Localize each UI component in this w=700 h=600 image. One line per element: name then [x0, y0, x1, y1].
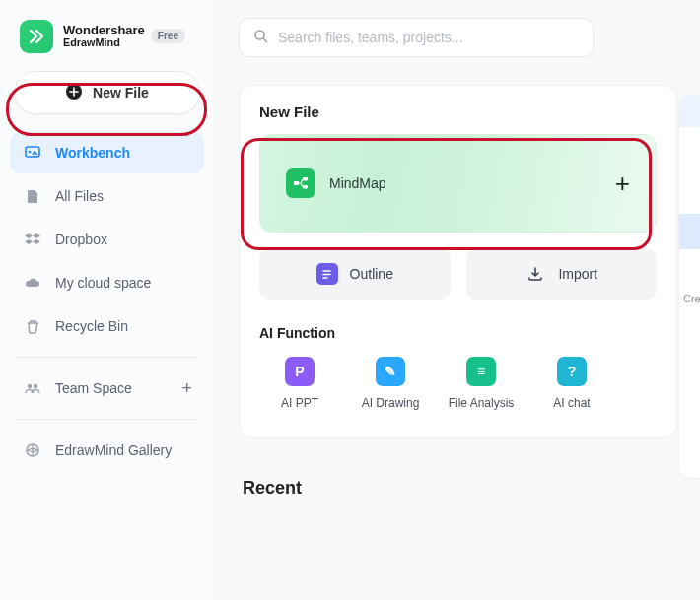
- gallery-icon: [24, 441, 41, 459]
- plan-badge: Free: [151, 29, 185, 43]
- ai-ppt-icon: P: [285, 357, 315, 386]
- ai-chat[interactable]: ? AI chat: [531, 357, 612, 410]
- svg-rect-1: [26, 147, 39, 157]
- outline-label: Outline: [350, 266, 393, 282]
- sidebar-item-label: Workbench: [55, 145, 130, 161]
- recent-heading: Recent: [243, 478, 700, 499]
- cloud-icon: [24, 274, 41, 292]
- mindmap-label: MindMap: [329, 175, 386, 191]
- ai-item-label: AI Drawing: [350, 396, 431, 410]
- ai-drawing-icon: ✎: [376, 357, 405, 386]
- outline-icon: [316, 263, 338, 285]
- import-card[interactable]: Import: [466, 248, 658, 300]
- svg-rect-8: [303, 177, 308, 181]
- teamspace-label: Team Space: [55, 380, 132, 396]
- ai-item-label: File Analysis: [441, 396, 522, 410]
- svg-rect-9: [303, 185, 308, 189]
- ai-file-icon: ≡: [466, 357, 496, 386]
- sidebar-item-workbench[interactable]: Workbench: [10, 132, 204, 173]
- file-icon: [24, 187, 41, 205]
- new-file-label: New File: [93, 85, 149, 100]
- plus-icon: +: [615, 168, 630, 199]
- search-icon: [253, 29, 268, 47]
- svg-point-3: [28, 384, 32, 388]
- brand: Wondershare EdrawMind Free: [10, 18, 204, 71]
- sidebar-item-label: EdrawMind Gallery: [55, 442, 172, 458]
- create-outline-card[interactable]: Outline: [259, 248, 451, 300]
- sidebar-item-recycle[interactable]: Recycle Bin: [10, 305, 204, 347]
- divider: [14, 419, 200, 420]
- app-logo-icon: [20, 20, 53, 53]
- sidebar-item-label: Recycle Bin: [55, 318, 128, 334]
- search-input[interactable]: [278, 30, 579, 45]
- trash-icon: [24, 317, 41, 335]
- fragment-label: Cre: [683, 293, 700, 304]
- svg-rect-7: [294, 181, 299, 185]
- new-file-panel: New File MindMap + Outline: [239, 85, 677, 438]
- ai-file-analysis[interactable]: ≡ File Analysis: [441, 357, 522, 410]
- ai-grid: P AI PPT ✎ AI Drawing ≡ File Analysis ? …: [259, 357, 657, 410]
- ai-drawing[interactable]: ✎ AI Drawing: [350, 357, 431, 410]
- ai-chat-icon: ?: [557, 357, 587, 386]
- sidebar-nav: Workbench All Files Dropbox My cloud spa…: [10, 132, 204, 471]
- sidebar-item-allfiles[interactable]: All Files: [10, 175, 204, 217]
- ai-section-title: AI Function: [259, 325, 657, 341]
- panel-title: New File: [259, 103, 657, 120]
- create-mindmap-card[interactable]: MindMap +: [259, 134, 657, 233]
- sidebar-item-label: All Files: [55, 188, 104, 204]
- svg-point-6: [255, 31, 264, 39]
- import-icon: [525, 263, 546, 285]
- sidebar-item-dropbox[interactable]: Dropbox: [10, 219, 204, 260]
- workbench-icon: [24, 144, 41, 162]
- svg-point-2: [29, 151, 32, 154]
- mindmap-icon: [286, 168, 315, 198]
- main-area: New File MindMap + Outline: [215, 0, 700, 600]
- import-label: Import: [558, 266, 597, 282]
- sidebar: Wondershare EdrawMind Free New File Work…: [0, 0, 215, 600]
- ai-item-label: AI PPT: [259, 396, 340, 410]
- svg-point-4: [34, 384, 37, 388]
- brand-text: Wondershare EdrawMind: [63, 24, 145, 49]
- plus-circle-icon: [65, 83, 83, 103]
- sidebar-item-label: My cloud space: [55, 275, 151, 291]
- dropbox-icon: [24, 231, 41, 248]
- sidebar-item-gallery[interactable]: EdrawMind Gallery: [10, 430, 204, 471]
- sidebar-item-teamspace[interactable]: Team Space +: [10, 367, 204, 409]
- team-icon: [24, 379, 41, 397]
- new-file-button[interactable]: New File: [14, 71, 200, 114]
- ai-ppt[interactable]: P AI PPT: [259, 357, 340, 410]
- sidebar-item-cloud[interactable]: My cloud space: [10, 262, 204, 303]
- add-team-icon[interactable]: +: [181, 378, 192, 399]
- divider: [14, 357, 200, 358]
- right-panel-fragment: Cre: [678, 95, 700, 479]
- sidebar-item-label: Dropbox: [55, 232, 107, 247]
- search-box[interactable]: [239, 18, 594, 57]
- ai-item-label: AI chat: [531, 396, 612, 410]
